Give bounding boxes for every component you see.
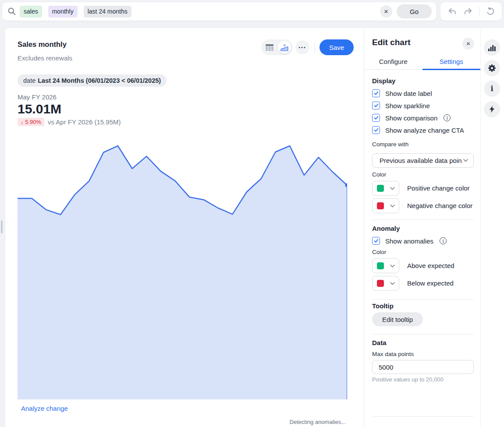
compare-with-select[interactable]: Previous available data poin [372, 153, 474, 168]
panel-title: Edit chart [372, 38, 411, 47]
search-icon [7, 7, 16, 16]
svg-text:#: # [284, 43, 286, 47]
close-panel-button[interactable]: ✕ [462, 38, 474, 49]
anomaly-status-text: Detecting anomalies... [289, 419, 346, 425]
chevron-down-icon [463, 159, 468, 162]
kpi-chart-icon: # [280, 43, 288, 51]
checkbox-label: Show anomalies [385, 237, 433, 245]
date-filter-chip[interactable]: date Last 24 Months (06/01/2023 < 06/01/… [18, 74, 167, 87]
checkbox-row-show-comparison: Show comparison i [372, 113, 451, 122]
search-bar[interactable]: sales monthly last 24 months ✕ Go [2, 2, 437, 21]
analyze-change-link[interactable]: Analyze change [21, 405, 68, 412]
toolbar-divider [315, 42, 315, 53]
below-expected-swatch [377, 280, 384, 287]
color-label: Color [372, 171, 386, 178]
section-divider [372, 334, 474, 335]
table-view-button[interactable] [263, 41, 276, 54]
answer-card: Sales monthly Excludes renewals [5, 28, 480, 427]
close-icon: ✕ [466, 41, 470, 47]
undo-icon[interactable] [447, 7, 457, 16]
view-segmented-control: # [261, 39, 293, 55]
negative-color-label: Negative change color [407, 202, 472, 209]
check-icon [374, 116, 379, 120]
checkbox-label: Show date label [385, 90, 432, 97]
info-panel-button[interactable]: i [484, 81, 500, 97]
show-anomalies-checkbox[interactable] [372, 237, 380, 245]
kpi-comparison-row: ↓ 5.90% vs Apr FY 2026 (15.95M) [18, 118, 121, 126]
max-data-points-input[interactable] [372, 360, 474, 374]
bolt-icon [489, 106, 495, 113]
chart-title: Sales monthly [18, 40, 67, 49]
sparkline-chart[interactable] [18, 142, 347, 399]
checkbox-row-show-date-label: Show date label [372, 89, 432, 98]
chart-toolbar: # ••• Save [261, 39, 354, 55]
table-icon [266, 44, 273, 51]
save-button[interactable]: Save [319, 39, 354, 55]
ellipsis-icon: ••• [298, 45, 306, 50]
chevron-down-icon [390, 187, 395, 190]
gear-icon [488, 64, 496, 72]
data-section-heading: Data [372, 339, 387, 346]
show-sparkline-checkbox[interactable] [372, 102, 380, 109]
area-chart-svg [18, 142, 347, 399]
negative-color-swatch [377, 202, 384, 209]
reset-icon[interactable] [486, 7, 495, 16]
above-expected-color-dropdown[interactable] [372, 258, 399, 273]
info-icon[interactable]: i [444, 114, 451, 121]
panel-footer-divider [372, 416, 474, 416]
chevron-down-icon [390, 265, 395, 268]
search-token-monthly[interactable]: monthly [48, 6, 78, 18]
more-options-button[interactable]: ••• [295, 40, 309, 54]
insights-panel-button[interactable] [484, 101, 500, 117]
select-value: Previous available data poin [380, 157, 463, 164]
section-divider [372, 219, 474, 220]
search-token-sales[interactable]: sales [20, 6, 42, 18]
above-expected-swatch [377, 262, 384, 269]
positive-color-label: Positive change color [407, 184, 470, 192]
kpi-chart-view-button[interactable]: # [278, 41, 291, 54]
below-expected-label: Below expected [407, 279, 454, 287]
positive-color-swatch [377, 185, 384, 192]
search-token-last-24-months[interactable]: last 24 months [84, 6, 131, 18]
show-analyze-change-cta-checkbox[interactable] [372, 126, 380, 134]
tab-configure[interactable]: Configure [364, 58, 422, 69]
filter-value: Last 24 Months (06/01/2023 < 06/01/2025) [38, 77, 161, 84]
edit-chart-panel: Edit chart ✕ Configure Settings Display … [364, 28, 480, 427]
checkbox-row-show-analyze-change-cta: Show analyze change CTA [372, 126, 464, 134]
arrow-down-icon: ↓ [21, 119, 24, 125]
chevron-down-icon [390, 205, 395, 208]
tooltip-section-heading: Tooltip [372, 302, 394, 310]
change-badge: ↓ 5.90% [18, 118, 44, 126]
info-icon[interactable]: i [440, 237, 447, 244]
show-comparison-checkbox[interactable] [372, 114, 380, 122]
tab-settings[interactable]: Settings [422, 58, 481, 70]
checkbox-row-show-anomalies: Show anomalies i [372, 236, 447, 245]
below-expected-color-dropdown[interactable] [372, 276, 399, 291]
above-expected-label: Above expected [407, 262, 454, 269]
check-icon [374, 128, 379, 132]
check-icon [374, 103, 379, 108]
kpi-period-label: May FY 2026 [18, 93, 57, 101]
clear-search-button[interactable]: ✕ [380, 5, 392, 18]
show-date-label-checkbox[interactable] [372, 89, 380, 97]
comparison-text: vs Apr FY 2026 (15.95M) [48, 118, 121, 126]
close-icon: ✕ [384, 8, 389, 15]
negative-color-dropdown[interactable] [372, 198, 399, 213]
app-window: sales monthly last 24 months ✕ Go Sales … [0, 0, 504, 427]
kpi-value: 15.01M [18, 102, 61, 116]
chart-subtitle: Excludes renewals [18, 54, 72, 62]
panel-tabs: Configure Settings [364, 58, 480, 70]
checkbox-row-show-sparkline: Show sparkline [372, 101, 430, 110]
right-icon-rail: i [481, 28, 504, 427]
toolbar-divider [479, 7, 479, 16]
go-button[interactable]: Go [397, 4, 432, 18]
panel-resize-handle[interactable] [1, 220, 3, 233]
redo-icon[interactable] [463, 7, 473, 16]
check-icon [374, 91, 379, 95]
edit-tooltip-button[interactable]: Edit tooltip [372, 312, 423, 326]
anomaly-color-label: Color [372, 249, 386, 255]
positive-color-dropdown[interactable] [372, 181, 399, 196]
bar-chart-icon [488, 44, 496, 51]
chart-panel-button[interactable] [484, 39, 500, 56]
settings-panel-button[interactable] [484, 60, 500, 76]
